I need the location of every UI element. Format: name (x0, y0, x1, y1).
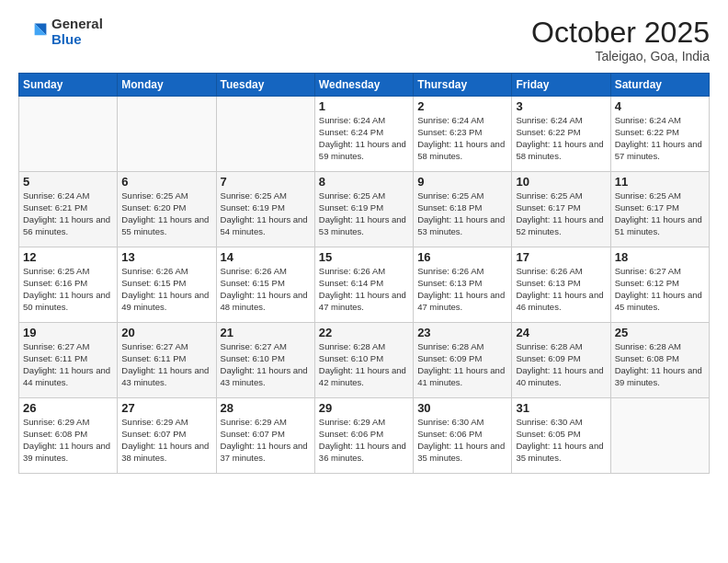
day-info: Sunrise: 6:30 AM Sunset: 6:06 PM Dayligh… (417, 417, 507, 464)
logo-general-text: General (51, 17, 103, 32)
calendar-cell: 21Sunrise: 6:27 AM Sunset: 6:10 PM Dayli… (216, 323, 314, 398)
day-number: 30 (417, 401, 507, 415)
day-info: Sunrise: 6:25 AM Sunset: 6:19 PM Dayligh… (319, 190, 409, 237)
day-number: 31 (516, 401, 606, 415)
calendar-cell: 16Sunrise: 6:26 AM Sunset: 6:13 PM Dayli… (414, 247, 512, 323)
day-info: Sunrise: 6:25 AM Sunset: 6:17 PM Dayligh… (516, 190, 606, 237)
logo: General Blue (18, 17, 103, 47)
calendar-cell: 2Sunrise: 6:24 AM Sunset: 6:23 PM Daylig… (414, 97, 512, 172)
day-number: 24 (516, 326, 606, 339)
calendar-cell: 12Sunrise: 6:25 AM Sunset: 6:16 PM Dayli… (19, 247, 118, 323)
calendar-cell: 25Sunrise: 6:28 AM Sunset: 6:08 PM Dayli… (610, 323, 709, 398)
calendar-cell (118, 97, 216, 172)
day-number: 3 (516, 99, 606, 113)
calendar-body: 1Sunrise: 6:24 AM Sunset: 6:24 PM Daylig… (19, 97, 710, 474)
calendar-cell: 15Sunrise: 6:26 AM Sunset: 6:14 PM Dayli… (314, 247, 413, 323)
day-info: Sunrise: 6:25 AM Sunset: 6:16 PM Dayligh… (23, 266, 113, 313)
day-info: Sunrise: 6:26 AM Sunset: 6:15 PM Dayligh… (121, 266, 211, 313)
calendar-cell: 27Sunrise: 6:29 AM Sunset: 6:07 PM Dayli… (118, 398, 216, 474)
calendar-cell: 30Sunrise: 6:30 AM Sunset: 6:06 PM Dayli… (414, 398, 512, 474)
day-info: Sunrise: 6:25 AM Sunset: 6:20 PM Dayligh… (121, 190, 211, 237)
calendar-cell: 11Sunrise: 6:25 AM Sunset: 6:17 PM Dayli… (610, 172, 709, 247)
day-info: Sunrise: 6:26 AM Sunset: 6:13 PM Dayligh… (417, 266, 507, 313)
day-number: 17 (516, 250, 606, 264)
day-number: 12 (23, 250, 113, 264)
month-title: October 2025 (531, 17, 710, 49)
day-number: 14 (221, 250, 311, 264)
calendar: Sunday Monday Tuesday Wednesday Thursday… (18, 73, 710, 474)
day-info: Sunrise: 6:26 AM Sunset: 6:13 PM Dayligh… (516, 266, 606, 313)
day-info: Sunrise: 6:26 AM Sunset: 6:14 PM Dayligh… (319, 266, 409, 313)
calendar-cell: 4Sunrise: 6:24 AM Sunset: 6:22 PM Daylig… (610, 97, 709, 172)
calendar-cell: 18Sunrise: 6:27 AM Sunset: 6:12 PM Dayli… (610, 247, 709, 323)
calendar-cell: 29Sunrise: 6:29 AM Sunset: 6:06 PM Dayli… (314, 398, 413, 474)
col-saturday: Saturday (610, 74, 709, 97)
day-info: Sunrise: 6:28 AM Sunset: 6:08 PM Dayligh… (615, 341, 705, 388)
calendar-cell: 7Sunrise: 6:25 AM Sunset: 6:19 PM Daylig… (216, 172, 314, 247)
day-info: Sunrise: 6:25 AM Sunset: 6:18 PM Dayligh… (417, 190, 507, 237)
calendar-week-4: 19Sunrise: 6:27 AM Sunset: 6:11 PM Dayli… (19, 323, 710, 398)
day-number: 1 (319, 99, 409, 113)
day-number: 10 (516, 175, 606, 189)
days-of-week-row: Sunday Monday Tuesday Wednesday Thursday… (19, 74, 710, 97)
calendar-cell: 31Sunrise: 6:30 AM Sunset: 6:05 PM Dayli… (512, 398, 610, 474)
day-number: 11 (615, 175, 705, 189)
title-block: October 2025 Taleigao, Goa, India (531, 17, 710, 63)
calendar-cell (19, 97, 118, 172)
col-monday: Monday (118, 74, 216, 97)
calendar-cell (610, 398, 709, 474)
col-sunday: Sunday (19, 74, 118, 97)
day-info: Sunrise: 6:28 AM Sunset: 6:09 PM Dayligh… (516, 341, 606, 388)
day-number: 27 (121, 401, 211, 415)
day-number: 25 (615, 326, 705, 339)
calendar-cell: 6Sunrise: 6:25 AM Sunset: 6:20 PM Daylig… (118, 172, 216, 247)
location-subtitle: Taleigao, Goa, India (531, 49, 710, 63)
logo-blue-text: Blue (51, 32, 103, 48)
day-info: Sunrise: 6:29 AM Sunset: 6:06 PM Dayligh… (319, 417, 409, 464)
day-number: 6 (121, 175, 211, 189)
calendar-cell: 24Sunrise: 6:28 AM Sunset: 6:09 PM Dayli… (512, 323, 610, 398)
calendar-cell: 19Sunrise: 6:27 AM Sunset: 6:11 PM Dayli… (19, 323, 118, 398)
calendar-cell: 26Sunrise: 6:29 AM Sunset: 6:08 PM Dayli… (19, 398, 118, 474)
col-friday: Friday (512, 74, 610, 97)
day-number: 20 (121, 326, 211, 339)
day-info: Sunrise: 6:26 AM Sunset: 6:15 PM Dayligh… (221, 266, 311, 313)
day-info: Sunrise: 6:25 AM Sunset: 6:19 PM Dayligh… (221, 190, 311, 237)
calendar-cell: 22Sunrise: 6:28 AM Sunset: 6:10 PM Dayli… (314, 323, 413, 398)
day-info: Sunrise: 6:27 AM Sunset: 6:11 PM Dayligh… (121, 341, 211, 388)
calendar-cell: 14Sunrise: 6:26 AM Sunset: 6:15 PM Dayli… (216, 247, 314, 323)
day-info: Sunrise: 6:24 AM Sunset: 6:21 PM Dayligh… (23, 190, 113, 237)
day-number: 9 (417, 175, 507, 189)
calendar-cell: 13Sunrise: 6:26 AM Sunset: 6:15 PM Dayli… (118, 247, 216, 323)
calendar-cell: 9Sunrise: 6:25 AM Sunset: 6:18 PM Daylig… (414, 172, 512, 247)
day-number: 15 (319, 250, 409, 264)
calendar-cell: 10Sunrise: 6:25 AM Sunset: 6:17 PM Dayli… (512, 172, 610, 247)
col-tuesday: Tuesday (216, 74, 314, 97)
calendar-cell: 20Sunrise: 6:27 AM Sunset: 6:11 PM Dayli… (118, 323, 216, 398)
day-number: 13 (121, 250, 211, 264)
day-info: Sunrise: 6:29 AM Sunset: 6:08 PM Dayligh… (23, 417, 113, 464)
day-number: 5 (23, 175, 113, 189)
day-number: 18 (615, 250, 705, 264)
calendar-week-5: 26Sunrise: 6:29 AM Sunset: 6:08 PM Dayli… (19, 398, 710, 474)
calendar-cell: 8Sunrise: 6:25 AM Sunset: 6:19 PM Daylig… (314, 172, 413, 247)
calendar-header: Sunday Monday Tuesday Wednesday Thursday… (19, 74, 710, 97)
calendar-cell: 3Sunrise: 6:24 AM Sunset: 6:22 PM Daylig… (512, 97, 610, 172)
calendar-week-2: 5Sunrise: 6:24 AM Sunset: 6:21 PM Daylig… (19, 172, 710, 247)
logo-text: General Blue (51, 17, 103, 47)
day-info: Sunrise: 6:24 AM Sunset: 6:24 PM Dayligh… (319, 115, 409, 162)
day-info: Sunrise: 6:25 AM Sunset: 6:17 PM Dayligh… (615, 190, 705, 237)
day-number: 23 (417, 326, 507, 339)
col-thursday: Thursday (414, 74, 512, 97)
day-number: 28 (221, 401, 311, 415)
day-number: 16 (417, 250, 507, 264)
calendar-cell: 5Sunrise: 6:24 AM Sunset: 6:21 PM Daylig… (19, 172, 118, 247)
logo-icon (18, 17, 48, 47)
day-info: Sunrise: 6:27 AM Sunset: 6:11 PM Dayligh… (23, 341, 113, 388)
calendar-week-1: 1Sunrise: 6:24 AM Sunset: 6:24 PM Daylig… (19, 97, 710, 172)
calendar-cell: 17Sunrise: 6:26 AM Sunset: 6:13 PM Dayli… (512, 247, 610, 323)
day-number: 2 (417, 99, 507, 113)
calendar-week-3: 12Sunrise: 6:25 AM Sunset: 6:16 PM Dayli… (19, 247, 710, 323)
day-number: 26 (23, 401, 113, 415)
day-number: 7 (221, 175, 311, 189)
